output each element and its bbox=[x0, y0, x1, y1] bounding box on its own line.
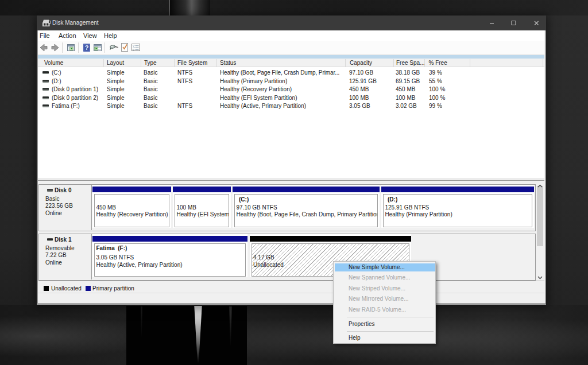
svg-text:?: ? bbox=[85, 44, 89, 51]
